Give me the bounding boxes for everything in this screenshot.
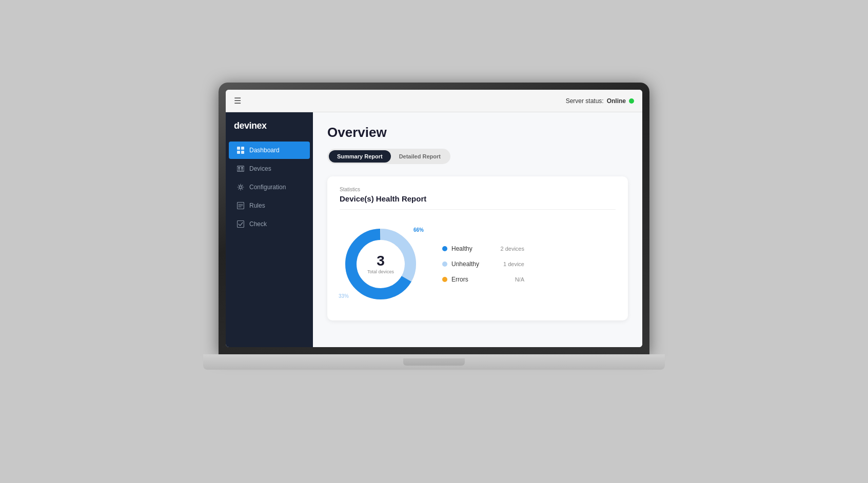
chart-container: 3 Total devices 66% 33% bbox=[340, 218, 616, 310]
tab-group: Summary Report Detailed Report bbox=[327, 149, 450, 164]
sidebar-item-rules-label: Rules bbox=[249, 202, 265, 209]
laptop-screen-border: ☰ Server status: Online devinex bbox=[219, 83, 649, 354]
laptop-wrapper: ☰ Server status: Online devinex bbox=[203, 83, 665, 400]
sidebar-item-rules[interactable]: Rules bbox=[229, 197, 310, 214]
legend-value-unhealthy: 1 device bbox=[503, 261, 524, 267]
donut-pct-unhealthy: 33% bbox=[339, 293, 349, 299]
legend-dot-errors bbox=[442, 277, 447, 282]
sidebar-item-check-label: Check bbox=[249, 220, 267, 228]
legend-name-errors: Errors bbox=[451, 276, 468, 283]
server-status-label: Server status: bbox=[566, 97, 604, 105]
svg-rect-8 bbox=[241, 170, 243, 171]
donut-total-label: Total devices bbox=[367, 269, 394, 274]
page-title: Overview bbox=[327, 125, 628, 140]
sidebar: devinex Dashboard bbox=[226, 112, 313, 347]
tab-detailed[interactable]: Detailed Report bbox=[391, 150, 449, 163]
svg-rect-3 bbox=[241, 151, 244, 154]
legend-value-healthy: 2 devices bbox=[501, 246, 524, 252]
legend-item-unhealthy: Unhealthy 1 device bbox=[442, 260, 524, 268]
sidebar-item-configuration-label: Configuration bbox=[249, 184, 286, 191]
nav-items: Dashboard Devices bbox=[226, 142, 313, 233]
topbar: ☰ Server status: Online bbox=[226, 90, 642, 112]
laptop-base bbox=[203, 354, 665, 370]
laptop-screen: ☰ Server status: Online devinex bbox=[226, 90, 642, 347]
svg-rect-2 bbox=[237, 151, 240, 154]
sidebar-item-dashboard[interactable]: Dashboard bbox=[229, 142, 310, 159]
legend-item-errors: Errors N/A bbox=[442, 276, 524, 283]
legend: Healthy 2 devices Unhealthy 1 d bbox=[442, 245, 524, 283]
gear-icon bbox=[237, 184, 244, 191]
tab-summary[interactable]: Summary Report bbox=[329, 150, 391, 163]
svg-rect-1 bbox=[241, 147, 244, 150]
server-status-value: Online bbox=[607, 97, 626, 105]
server-status: Server status: Online bbox=[566, 97, 634, 105]
legend-name-healthy: Healthy bbox=[451, 245, 472, 252]
donut-wrapper: 3 Total devices 66% 33% bbox=[340, 223, 422, 305]
logo-area: devinex bbox=[226, 112, 313, 142]
card-title: Device(s) Health Report bbox=[340, 194, 616, 210]
logo-text: devinex bbox=[234, 120, 267, 131]
donut-total-number: 3 bbox=[367, 254, 394, 268]
legend-value-errors: N/A bbox=[515, 276, 524, 283]
rules-icon bbox=[237, 202, 244, 209]
svg-rect-5 bbox=[238, 167, 240, 169]
sidebar-item-devices[interactable]: Devices bbox=[229, 160, 310, 177]
sidebar-item-dashboard-label: Dashboard bbox=[249, 147, 280, 154]
card-label: Statistics bbox=[340, 187, 616, 192]
legend-dot-healthy bbox=[442, 246, 447, 251]
svg-rect-0 bbox=[237, 147, 240, 150]
status-dot bbox=[629, 98, 634, 104]
donut-pct-healthy: 66% bbox=[413, 227, 424, 233]
check-icon bbox=[237, 220, 244, 228]
legend-name-unhealthy: Unhealthy bbox=[451, 260, 479, 268]
svg-point-9 bbox=[240, 186, 242, 189]
donut-center: 3 Total devices bbox=[367, 254, 394, 274]
svg-rect-4 bbox=[237, 166, 244, 171]
app-layout: devinex Dashboard bbox=[226, 112, 642, 347]
sidebar-item-devices-label: Devices bbox=[249, 165, 271, 172]
main-content: Overview Summary Report Detailed Report … bbox=[313, 112, 642, 347]
health-report-card: Statistics Device(s) Health Report bbox=[327, 176, 628, 320]
sidebar-item-configuration[interactable]: Configuration bbox=[229, 178, 310, 196]
sidebar-item-check[interactable]: Check bbox=[229, 215, 310, 233]
grid-icon bbox=[237, 147, 244, 154]
devices-icon bbox=[237, 165, 244, 172]
legend-dot-unhealthy bbox=[442, 261, 447, 267]
svg-rect-6 bbox=[241, 167, 243, 169]
legend-item-healthy: Healthy 2 devices bbox=[442, 245, 524, 252]
svg-rect-7 bbox=[238, 170, 240, 171]
menu-icon[interactable]: ☰ bbox=[234, 96, 241, 106]
